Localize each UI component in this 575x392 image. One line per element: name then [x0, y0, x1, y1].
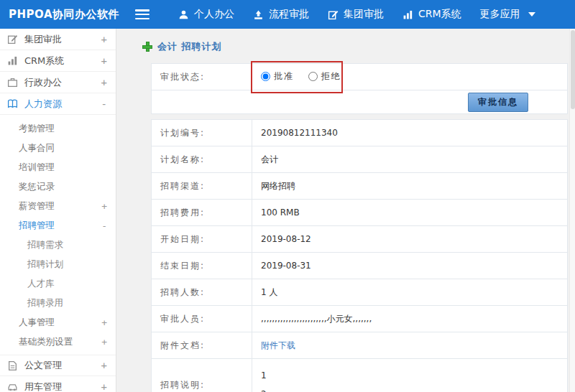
radio-label: 批准: [274, 70, 294, 83]
page-title: 会计 招聘计划: [142, 40, 568, 53]
sidebar-item-label: 奖惩记录: [19, 181, 55, 193]
button-cell: 审批信息: [152, 90, 568, 114]
sidebar-item-recruit-hire[interactable]: 招聘录用: [0, 294, 116, 313]
field-label: 结束日期:: [152, 253, 252, 279]
radio-label: 拒绝: [321, 70, 341, 83]
sidebar-item-group-approval[interactable]: 集团审批 +: [0, 29, 116, 50]
table-row: 招聘费用: 100 RMB: [152, 200, 568, 226]
sidebar-item-hr[interactable]: 人力资源 -: [0, 93, 116, 115]
sidebar-item-personnel-mgmt[interactable]: 人事管理 +: [0, 313, 116, 332]
expand-toggle[interactable]: +: [101, 317, 107, 328]
approve-radio[interactable]: [261, 72, 270, 81]
sidebar-item-label: 人才库: [27, 278, 55, 290]
field-label: 招聘人数:: [152, 279, 252, 306]
workflow-icon: [253, 9, 264, 20]
reject-radio-option[interactable]: 拒绝: [308, 70, 341, 83]
sidebar-item-attendance[interactable]: 考勤管理: [0, 119, 116, 139]
sidebar-item-documents[interactable]: 公文管理 +: [0, 355, 116, 376]
sidebar-item-crm[interactable]: CRM系统 +: [0, 50, 116, 72]
status-table: 审批状态: 批准 拒绝 审批信息: [151, 63, 568, 114]
sidebar-item-rewards[interactable]: 奖惩记录: [0, 177, 116, 197]
reject-radio[interactable]: [308, 72, 318, 81]
bar-chart-icon: [7, 55, 18, 66]
sidebar-item-label: 招聘录用: [27, 297, 63, 309]
expand-toggle[interactable]: +: [101, 381, 107, 392]
edit-icon: [7, 34, 18, 45]
sidebar-item-vehicle[interactable]: 用车管理 +: [0, 376, 116, 392]
sidebar-item-recruit-plan[interactable]: 招聘计划: [0, 255, 116, 274]
sidebar-item-base-category[interactable]: 基础类别设置 +: [0, 332, 116, 352]
sidebar-item-salary[interactable]: 薪资管理 +: [0, 197, 116, 216]
sidebar-item-label: 公文管理: [24, 359, 62, 372]
table-row: 结束日期: 2019-08-31: [152, 253, 568, 279]
status-options-cell: 批准 拒绝: [252, 64, 568, 90]
nav-group-approval[interactable]: 集团审批: [328, 8, 384, 21]
sidebar-item-label: 人事合同: [19, 142, 55, 154]
sidebar-item-recruit-demand[interactable]: 招聘需求: [0, 235, 116, 255]
sidebar-item-label: CRM系统: [24, 55, 64, 67]
approval-form: 审批状态: 批准 拒绝 审批信息: [151, 63, 568, 392]
sidebar-item-label: 招聘管理: [19, 220, 55, 232]
sidebar-item-label: 考勤管理: [19, 123, 55, 135]
scrollbar-thumb[interactable]: [571, 30, 575, 109]
app-logo: PHPOA协同办公软件: [0, 8, 135, 22]
field-label: 审批人员:: [152, 306, 252, 332]
table-row: 计划编号: 20190812111340: [152, 120, 568, 146]
caret-down-icon: [528, 12, 535, 17]
sidebar-item-talent-pool[interactable]: 人才库: [0, 274, 116, 294]
sidebar-item-recruitment[interactable]: 招聘管理 -: [0, 216, 116, 235]
expand-toggle[interactable]: +: [101, 77, 107, 88]
sidebar-item-admin-office[interactable]: 行政办公 +: [0, 72, 116, 93]
table-row: 审批信息: [152, 90, 568, 114]
field-value: 1 人: [252, 279, 568, 306]
sidebar-item-label: 基础类别设置: [19, 336, 73, 348]
table-row: 审批状态: 批准 拒绝: [152, 64, 568, 90]
approval-info-button[interactable]: 审批信息: [468, 93, 528, 112]
hamburger-menu-icon[interactable]: [135, 9, 150, 19]
nav-workflow-approval[interactable]: 流程审批: [253, 8, 309, 21]
field-value: 2019-08-12: [252, 226, 568, 253]
main-content: 会计 招聘计划 审批状态: 批准 拒绝: [116, 29, 575, 392]
collapse-toggle[interactable]: -: [101, 98, 107, 110]
hr-submenu: 考勤管理 人事合同 培训管理 奖惩记录 薪资管理 + 招聘管理 - 招聘需求: [0, 115, 116, 355]
field-label: 招聘渠道:: [152, 173, 252, 200]
sidebar-menu: 集团审批 + CRM系统 + 行政办公 + 人力资源 -: [0, 29, 116, 392]
sidebar-item-label: 人力资源: [24, 98, 62, 111]
expand-toggle[interactable]: +: [101, 201, 107, 212]
approve-radio-option[interactable]: 批准: [261, 70, 294, 83]
table-row: 招聘人数: 1 人: [152, 279, 568, 306]
person-icon: [178, 9, 189, 20]
expand-toggle[interactable]: +: [101, 34, 107, 45]
vertical-scrollbar: [569, 29, 575, 392]
field-value: 1 2: [252, 359, 568, 392]
field-label: 开始日期:: [152, 226, 252, 253]
nav-more-apps[interactable]: 更多应用: [480, 8, 535, 21]
expand-toggle[interactable]: +: [101, 55, 107, 67]
sidebar-item-hr-contract[interactable]: 人事合同: [0, 139, 116, 158]
field-value: 会计: [252, 146, 568, 173]
sidebar-item-label: 招聘计划: [27, 258, 63, 271]
field-label: 招聘说明:: [152, 359, 252, 392]
field-value: 网络招聘: [252, 173, 568, 200]
briefcase-icon: [7, 77, 18, 88]
nav-label: 流程审批: [269, 8, 309, 21]
sidebar-item-label: 行政办公: [24, 76, 62, 89]
attachment-download-link[interactable]: 附件下载: [261, 340, 295, 350]
field-label: 审批状态:: [152, 64, 252, 90]
collapse-toggle[interactable]: -: [101, 220, 107, 231]
expand-toggle[interactable]: +: [101, 360, 107, 371]
sidebar-item-training[interactable]: 培训管理: [0, 158, 116, 177]
sidebar-item-label: 人事管理: [19, 317, 55, 329]
sidebar-item-label: 用车管理: [24, 381, 62, 392]
nav-label: CRM系统: [418, 8, 461, 21]
description-line: 1: [261, 367, 558, 385]
expand-toggle[interactable]: +: [101, 337, 107, 347]
car-icon: [7, 381, 18, 392]
field-value: 100 RMB: [252, 200, 568, 226]
nav-crm-system[interactable]: CRM系统: [402, 8, 461, 21]
edit-icon: [328, 9, 339, 20]
nav-personal-office[interactable]: 个人办公: [178, 8, 234, 21]
detail-table: 计划编号: 20190812111340 计划名称: 会计 招聘渠道: 网络招聘…: [151, 119, 568, 392]
add-plus-icon: [142, 42, 152, 52]
table-row: 审批人员: ,,,,,,,,,,,,,,,,,,,,,,,,小元女,,,,,,,: [152, 306, 568, 332]
